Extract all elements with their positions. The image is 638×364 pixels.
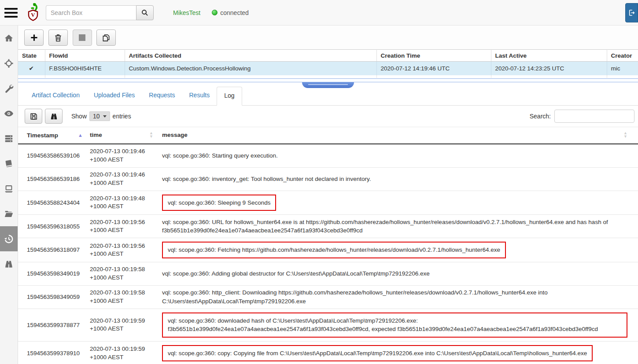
log-message: vql: scope.go:360: URL for hollows_hunte…	[162, 218, 627, 235]
sidebar-item-server-events[interactable]	[0, 101, 18, 126]
book-icon	[4, 159, 14, 169]
delete-flow-button[interactable]	[48, 29, 68, 46]
flow-last-active: 2020-07-12 14:23:25 UTC	[491, 62, 607, 75]
log-time: 2020-07-13 00:19:46 +1000 AEST	[86, 145, 157, 166]
sidebar-item-artifacts[interactable]	[0, 151, 18, 176]
log-header-row: Timestamp ▲ time ▲▼ message ▲▼	[18, 127, 638, 144]
sort-icon[interactable]: ▲▼	[623, 132, 627, 138]
flow-row-partial	[18, 75, 638, 78]
log-row[interactable]: 1594563596318055 2020-07-13 00:19:56 +10…	[18, 215, 638, 238]
copy-flow-button[interactable]	[96, 29, 116, 46]
wrench-icon	[4, 84, 14, 93]
connection-status-label: connected	[220, 9, 249, 16]
flow-creation-time: 2020-07-12 14:19:46 UTC	[376, 62, 491, 75]
log-controls: Show 10 entries Search:	[18, 106, 638, 127]
tab-log[interactable]: Log	[217, 87, 242, 106]
log-row[interactable]: 1594563596318097 2020-07-13 00:19:56 +10…	[18, 238, 638, 262]
log-timestamp: 1594563598349059	[18, 291, 86, 303]
tab-results[interactable]: Results	[182, 87, 217, 105]
stop-icon	[79, 34, 85, 41]
new-collection-button[interactable]	[24, 29, 44, 46]
flow-creator: mic	[607, 62, 638, 75]
svg-text:V: V	[31, 11, 35, 18]
eye-icon	[4, 109, 14, 118]
client-name-link[interactable]: MikesTest	[173, 9, 200, 16]
search-button[interactable]	[136, 5, 154, 20]
sidebar-item-collected-artifacts[interactable]	[0, 226, 18, 251]
flow-artifacts: Custom.Windows.Detection.ProcessHollowin…	[125, 62, 376, 75]
log-message: vql: scope.go:360: http_client: Download…	[162, 288, 627, 305]
time-header-label: time	[90, 131, 102, 139]
col-flowid[interactable]: FlowId	[45, 50, 125, 62]
log-col-message[interactable]: message ▲▼	[157, 128, 638, 142]
sidebar-item-home[interactable]	[0, 26, 18, 51]
page-size-select[interactable]: 10	[89, 111, 110, 121]
flow-state-check-icon: ✔	[18, 62, 45, 75]
sidebar-item-hunts[interactable]	[0, 251, 18, 276]
flows-table: State FlowId Artifacts Collected Creatio…	[18, 49, 638, 78]
flow-row-selected[interactable]: ✔ F.BS5HO0HI54HTE Custom.Windows.Detecti…	[18, 62, 638, 75]
sign-out-icon	[628, 9, 636, 17]
tab-requests[interactable]: Requests	[142, 87, 182, 105]
folder-open-icon	[4, 209, 14, 219]
flow-id: F.BS5HO0HI54HTE	[45, 62, 125, 75]
sidebar-item-host-info[interactable]	[0, 176, 18, 201]
find-in-log-button[interactable]	[45, 109, 63, 124]
laptop-icon	[4, 184, 14, 194]
show-label: Show	[71, 113, 87, 120]
log-time: 2020-07-13 00:19:48 +1000 AEST	[86, 192, 157, 213]
log-row[interactable]: 1594563586539106 2020-07-13 00:19:46 +10…	[18, 144, 638, 168]
sort-icon[interactable]: ▲▼	[149, 132, 153, 138]
log-time: 2020-07-13 00:19:56 +1000 AEST	[86, 239, 157, 261]
log-row[interactable]: 1594563599378910 2020-07-13 00:19:59 +10…	[18, 342, 638, 364]
log-col-time[interactable]: time ▲▼	[86, 129, 157, 142]
log-time: 2020-07-13 00:19:46 +1000 AEST	[86, 168, 157, 189]
log-row[interactable]: 1594563586539186 2020-07-13 00:19:46 +10…	[18, 168, 638, 191]
save-log-button[interactable]	[25, 109, 42, 124]
sidebar-item-vfs[interactable]	[0, 201, 18, 226]
page-size-value: 10	[93, 113, 100, 120]
stop-flow-button[interactable]	[73, 29, 92, 46]
log-col-timestamp[interactable]: Timestamp ▲	[18, 129, 86, 141]
log-row[interactable]: 1594563598349059 2020-07-13 00:19:58 +10…	[18, 286, 638, 309]
col-creator[interactable]: Creator	[607, 50, 638, 62]
sidebar-item-hunt-manager[interactable]	[0, 51, 18, 76]
col-state[interactable]: State	[18, 50, 45, 62]
menu-toggle-icon[interactable]	[4, 6, 19, 20]
history-icon	[4, 234, 14, 244]
plus-icon	[30, 33, 38, 42]
flow-toolbar	[18, 26, 638, 49]
log-message-highlighted: vql: scope.go:360: Sleeping 9 Seconds	[162, 195, 276, 211]
log-search-input[interactable]	[554, 110, 634, 123]
message-header-label: message	[162, 131, 188, 140]
tab-artifact-collection[interactable]: Artifact Collection	[25, 87, 87, 105]
home-icon	[4, 33, 14, 43]
copy-icon	[102, 33, 111, 42]
logout-button[interactable]	[625, 3, 638, 22]
pane-splitter[interactable]	[18, 78, 638, 82]
crosshairs-icon	[4, 59, 14, 68]
col-last-active[interactable]: Last Active	[491, 50, 607, 62]
splitter-drag-handle[interactable]	[302, 82, 354, 88]
save-icon	[30, 112, 38, 121]
search-input[interactable]	[46, 5, 136, 20]
tab-uploaded-files[interactable]: Uploaded Files	[87, 87, 142, 105]
magnifier-icon	[141, 9, 149, 17]
log-timestamp: 1594563588243404	[18, 197, 86, 209]
top-navbar: V MikesTest connected	[0, 0, 638, 26]
sidebar-item-server-storage[interactable]	[0, 126, 18, 151]
col-creation-time[interactable]: Creation Time	[376, 50, 491, 62]
log-timestamp: 1594563596318097	[18, 244, 86, 256]
log-message: vql: scope.go:360: inventory_get: Tool h…	[162, 175, 371, 184]
sort-asc-icon[interactable]: ▲	[78, 132, 83, 138]
log-message-highlighted: vql: scope.go:360: downloaded hash of C:…	[162, 313, 627, 338]
main-content: State FlowId Artifacts Collected Creatio…	[18, 26, 638, 364]
entries-label: entries	[113, 113, 131, 120]
log-time: 2020-07-13 00:19:58 +1000 AEST	[86, 263, 157, 284]
log-row[interactable]: 1594563599378877 2020-07-13 00:19:59 +10…	[18, 309, 638, 342]
col-artifacts[interactable]: Artifacts Collected	[125, 50, 376, 62]
log-row[interactable]: 1594563598349019 2020-07-13 00:19:58 +10…	[18, 262, 638, 286]
connected-dot-icon	[212, 10, 218, 15]
log-row[interactable]: 1594563588243404 2020-07-13 00:19:48 +10…	[18, 191, 638, 215]
sidebar-item-server-config[interactable]	[0, 76, 18, 101]
